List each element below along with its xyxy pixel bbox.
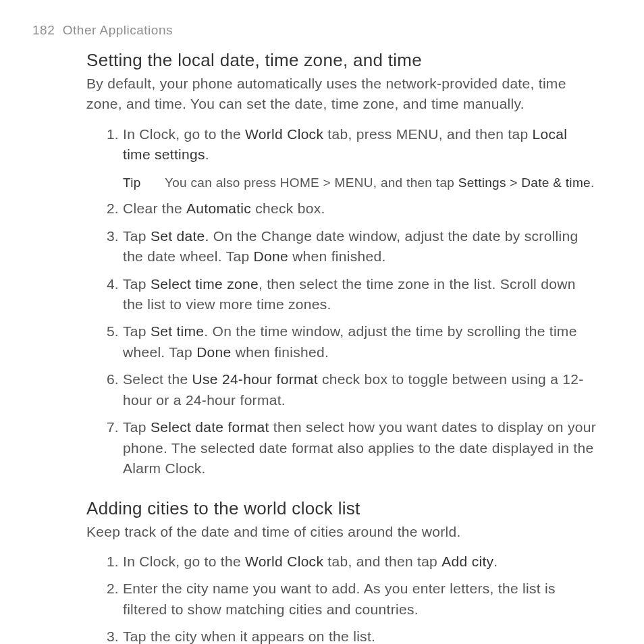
ui-term: Select time zone (151, 276, 259, 292)
step-text: Tap (123, 228, 151, 244)
step-text: tab, and then tap (323, 554, 441, 569)
step-text: . (493, 554, 498, 569)
step-text: Select the (123, 371, 192, 387)
step-item: In Clock, go to the World Clock tab, and… (86, 552, 598, 572)
section-heading-local-time: Setting the local date, time zone, and t… (86, 50, 598, 71)
step-text: when finished. (288, 248, 386, 264)
step-text: Tap (123, 323, 151, 339)
step-item: Clear the Automatic check box. (86, 198, 598, 219)
step-text: In Clock, go to the (123, 554, 245, 569)
chapter-title: Other Applications (63, 23, 173, 37)
step-item: Tap Select time zone, then select the ti… (86, 274, 598, 315)
ui-term: Automatic (186, 200, 251, 216)
page-number: 182 (32, 23, 55, 37)
step-text: Tap (123, 419, 151, 435)
ui-term: Use 24-hour format (192, 371, 318, 387)
page-header: 182 Other Applications (32, 23, 612, 38)
step-text: Tap the city when it appears on the list… (123, 628, 375, 644)
ui-term: Set date (151, 228, 205, 244)
ui-term: Done (196, 344, 231, 360)
tip-text: . (591, 176, 595, 190)
step-text: Tap (123, 276, 151, 292)
ui-term: World Clock (245, 554, 323, 569)
steps-list-local-time: In Clock, go to the World Clock tab, pre… (86, 124, 598, 479)
step-text: Clear the (123, 200, 186, 216)
step-item: Enter the city name you want to add. As … (86, 579, 598, 620)
page-container: 182 Other Applications Setting the local… (0, 0, 644, 644)
ui-term: Add city (441, 554, 493, 569)
content-area: Setting the local date, time zone, and t… (86, 50, 598, 644)
step-text: In Clock, go to the (123, 126, 245, 142)
step-item: Tap Set date. On the Change date window,… (86, 226, 598, 267)
tip-block: Tip You can also press HOME > MENU, and … (123, 173, 598, 192)
ui-term: World Clock (245, 126, 323, 142)
tip-text: You can also press HOME > MENU, and then… (165, 176, 458, 190)
steps-list-world-clock: In Clock, go to the World Clock tab, and… (86, 552, 598, 644)
step-item: Tap Set time. On the time window, adjust… (86, 321, 598, 363)
section-lead-local-time: By default, your phone automatically use… (86, 74, 598, 115)
section-lead-world-clock: Keep track of the date and time of citie… (86, 522, 598, 542)
ui-term: Done (254, 248, 288, 264)
step-item: Tap Select date format then select how y… (86, 417, 598, 479)
tip-body: You can also press HOME > MENU, and then… (165, 173, 598, 192)
ui-term: Select date format (151, 419, 269, 435)
step-text: Enter the city name you want to add. As … (123, 581, 556, 616)
ui-term: Set time (151, 323, 204, 339)
step-text: tab, press MENU, and then tap (323, 126, 532, 142)
step-text: when finished. (232, 344, 329, 360)
step-text: check box. (251, 200, 325, 216)
step-text: . (205, 146, 209, 162)
step-item: In Clock, go to the World Clock tab, pre… (86, 124, 598, 192)
ui-term: Settings > Date & time (458, 176, 591, 190)
section-heading-world-clock: Adding cities to the world clock list (86, 498, 598, 519)
tip-label: Tip (123, 173, 165, 192)
step-item: Tap the city when it appears on the list… (86, 626, 598, 644)
step-item: Select the Use 24-hour format check box … (86, 369, 598, 410)
